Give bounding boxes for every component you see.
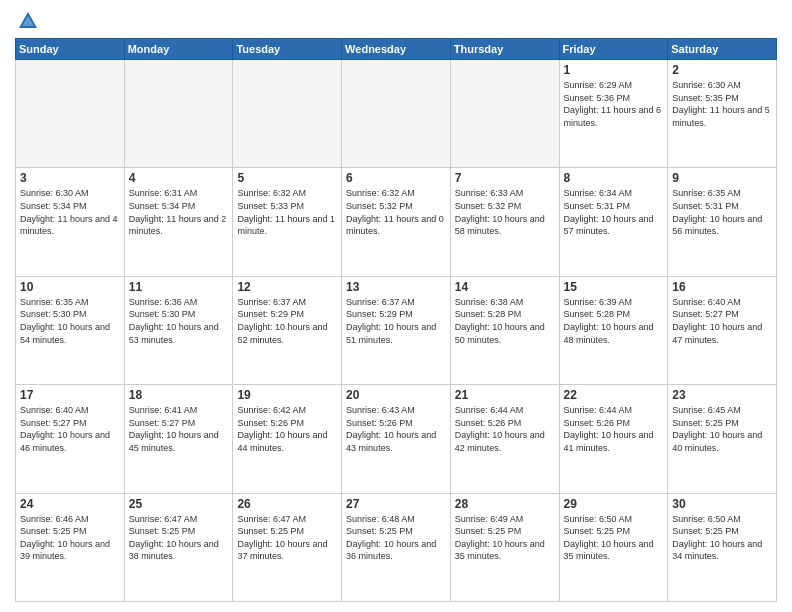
day-number: 28: [455, 497, 555, 511]
calendar-cell: 30Sunrise: 6:50 AMSunset: 5:25 PMDayligh…: [668, 493, 777, 601]
day-number: 12: [237, 280, 337, 294]
day-number: 25: [129, 497, 229, 511]
calendar-cell: 5Sunrise: 6:32 AMSunset: 5:33 PMDaylight…: [233, 168, 342, 276]
calendar-cell: 19Sunrise: 6:42 AMSunset: 5:26 PMDayligh…: [233, 385, 342, 493]
page: SundayMondayTuesdayWednesdayThursdayFrid…: [0, 0, 792, 612]
day-number: 30: [672, 497, 772, 511]
day-info: Sunrise: 6:33 AMSunset: 5:32 PMDaylight:…: [455, 187, 555, 237]
calendar-header-sunday: Sunday: [16, 39, 125, 60]
day-number: 16: [672, 280, 772, 294]
calendar-header-monday: Monday: [124, 39, 233, 60]
day-info: Sunrise: 6:39 AMSunset: 5:28 PMDaylight:…: [564, 296, 664, 346]
day-info: Sunrise: 6:47 AMSunset: 5:25 PMDaylight:…: [129, 513, 229, 563]
calendar-cell: 27Sunrise: 6:48 AMSunset: 5:25 PMDayligh…: [342, 493, 451, 601]
calendar-header-tuesday: Tuesday: [233, 39, 342, 60]
day-number: 17: [20, 388, 120, 402]
day-number: 14: [455, 280, 555, 294]
day-info: Sunrise: 6:46 AMSunset: 5:25 PMDaylight:…: [20, 513, 120, 563]
calendar-cell: 16Sunrise: 6:40 AMSunset: 5:27 PMDayligh…: [668, 276, 777, 384]
day-number: 9: [672, 171, 772, 185]
day-number: 20: [346, 388, 446, 402]
calendar-header-saturday: Saturday: [668, 39, 777, 60]
calendar-cell: [233, 60, 342, 168]
calendar-cell: 17Sunrise: 6:40 AMSunset: 5:27 PMDayligh…: [16, 385, 125, 493]
day-info: Sunrise: 6:36 AMSunset: 5:30 PMDaylight:…: [129, 296, 229, 346]
day-info: Sunrise: 6:35 AMSunset: 5:31 PMDaylight:…: [672, 187, 772, 237]
day-number: 19: [237, 388, 337, 402]
calendar-cell: 14Sunrise: 6:38 AMSunset: 5:28 PMDayligh…: [450, 276, 559, 384]
calendar-cell: [124, 60, 233, 168]
week-row-4: 17Sunrise: 6:40 AMSunset: 5:27 PMDayligh…: [16, 385, 777, 493]
day-number: 26: [237, 497, 337, 511]
calendar-cell: 24Sunrise: 6:46 AMSunset: 5:25 PMDayligh…: [16, 493, 125, 601]
calendar-cell: 12Sunrise: 6:37 AMSunset: 5:29 PMDayligh…: [233, 276, 342, 384]
calendar-cell: 25Sunrise: 6:47 AMSunset: 5:25 PMDayligh…: [124, 493, 233, 601]
day-info: Sunrise: 6:44 AMSunset: 5:26 PMDaylight:…: [564, 404, 664, 454]
day-info: Sunrise: 6:50 AMSunset: 5:25 PMDaylight:…: [672, 513, 772, 563]
day-info: Sunrise: 6:50 AMSunset: 5:25 PMDaylight:…: [564, 513, 664, 563]
calendar-cell: 29Sunrise: 6:50 AMSunset: 5:25 PMDayligh…: [559, 493, 668, 601]
calendar-cell: 4Sunrise: 6:31 AMSunset: 5:34 PMDaylight…: [124, 168, 233, 276]
day-info: Sunrise: 6:43 AMSunset: 5:26 PMDaylight:…: [346, 404, 446, 454]
calendar-header-thursday: Thursday: [450, 39, 559, 60]
calendar-header-row: SundayMondayTuesdayWednesdayThursdayFrid…: [16, 39, 777, 60]
day-number: 22: [564, 388, 664, 402]
calendar-header-wednesday: Wednesday: [342, 39, 451, 60]
header: [15, 10, 777, 32]
week-row-3: 10Sunrise: 6:35 AMSunset: 5:30 PMDayligh…: [16, 276, 777, 384]
calendar-cell: 3Sunrise: 6:30 AMSunset: 5:34 PMDaylight…: [16, 168, 125, 276]
day-info: Sunrise: 6:49 AMSunset: 5:25 PMDaylight:…: [455, 513, 555, 563]
day-info: Sunrise: 6:45 AMSunset: 5:25 PMDaylight:…: [672, 404, 772, 454]
day-info: Sunrise: 6:41 AMSunset: 5:27 PMDaylight:…: [129, 404, 229, 454]
calendar-cell: [16, 60, 125, 168]
calendar-cell: 20Sunrise: 6:43 AMSunset: 5:26 PMDayligh…: [342, 385, 451, 493]
calendar-cell: 15Sunrise: 6:39 AMSunset: 5:28 PMDayligh…: [559, 276, 668, 384]
day-info: Sunrise: 6:40 AMSunset: 5:27 PMDaylight:…: [20, 404, 120, 454]
calendar-cell: 18Sunrise: 6:41 AMSunset: 5:27 PMDayligh…: [124, 385, 233, 493]
week-row-5: 24Sunrise: 6:46 AMSunset: 5:25 PMDayligh…: [16, 493, 777, 601]
calendar-header-friday: Friday: [559, 39, 668, 60]
calendar-cell: 26Sunrise: 6:47 AMSunset: 5:25 PMDayligh…: [233, 493, 342, 601]
day-number: 4: [129, 171, 229, 185]
day-info: Sunrise: 6:30 AMSunset: 5:35 PMDaylight:…: [672, 79, 772, 129]
day-number: 2: [672, 63, 772, 77]
day-number: 6: [346, 171, 446, 185]
day-number: 11: [129, 280, 229, 294]
calendar-cell: [450, 60, 559, 168]
calendar-cell: 13Sunrise: 6:37 AMSunset: 5:29 PMDayligh…: [342, 276, 451, 384]
calendar-cell: 9Sunrise: 6:35 AMSunset: 5:31 PMDaylight…: [668, 168, 777, 276]
day-info: Sunrise: 6:37 AMSunset: 5:29 PMDaylight:…: [346, 296, 446, 346]
calendar-cell: 8Sunrise: 6:34 AMSunset: 5:31 PMDaylight…: [559, 168, 668, 276]
calendar-cell: 22Sunrise: 6:44 AMSunset: 5:26 PMDayligh…: [559, 385, 668, 493]
calendar-cell: 28Sunrise: 6:49 AMSunset: 5:25 PMDayligh…: [450, 493, 559, 601]
day-number: 23: [672, 388, 772, 402]
calendar-cell: 21Sunrise: 6:44 AMSunset: 5:26 PMDayligh…: [450, 385, 559, 493]
day-info: Sunrise: 6:42 AMSunset: 5:26 PMDaylight:…: [237, 404, 337, 454]
calendar-table: SundayMondayTuesdayWednesdayThursdayFrid…: [15, 38, 777, 602]
day-info: Sunrise: 6:34 AMSunset: 5:31 PMDaylight:…: [564, 187, 664, 237]
day-number: 15: [564, 280, 664, 294]
day-number: 18: [129, 388, 229, 402]
week-row-1: 1Sunrise: 6:29 AMSunset: 5:36 PMDaylight…: [16, 60, 777, 168]
day-number: 13: [346, 280, 446, 294]
day-number: 24: [20, 497, 120, 511]
day-info: Sunrise: 6:31 AMSunset: 5:34 PMDaylight:…: [129, 187, 229, 237]
calendar-cell: 6Sunrise: 6:32 AMSunset: 5:32 PMDaylight…: [342, 168, 451, 276]
logo-icon: [17, 10, 39, 32]
week-row-2: 3Sunrise: 6:30 AMSunset: 5:34 PMDaylight…: [16, 168, 777, 276]
day-info: Sunrise: 6:37 AMSunset: 5:29 PMDaylight:…: [237, 296, 337, 346]
day-number: 27: [346, 497, 446, 511]
day-info: Sunrise: 6:30 AMSunset: 5:34 PMDaylight:…: [20, 187, 120, 237]
day-number: 8: [564, 171, 664, 185]
day-number: 5: [237, 171, 337, 185]
day-info: Sunrise: 6:38 AMSunset: 5:28 PMDaylight:…: [455, 296, 555, 346]
day-info: Sunrise: 6:44 AMSunset: 5:26 PMDaylight:…: [455, 404, 555, 454]
day-info: Sunrise: 6:29 AMSunset: 5:36 PMDaylight:…: [564, 79, 664, 129]
day-number: 29: [564, 497, 664, 511]
logo: [15, 10, 39, 32]
day-number: 1: [564, 63, 664, 77]
day-info: Sunrise: 6:48 AMSunset: 5:25 PMDaylight:…: [346, 513, 446, 563]
day-info: Sunrise: 6:32 AMSunset: 5:32 PMDaylight:…: [346, 187, 446, 237]
day-info: Sunrise: 6:35 AMSunset: 5:30 PMDaylight:…: [20, 296, 120, 346]
day-number: 10: [20, 280, 120, 294]
